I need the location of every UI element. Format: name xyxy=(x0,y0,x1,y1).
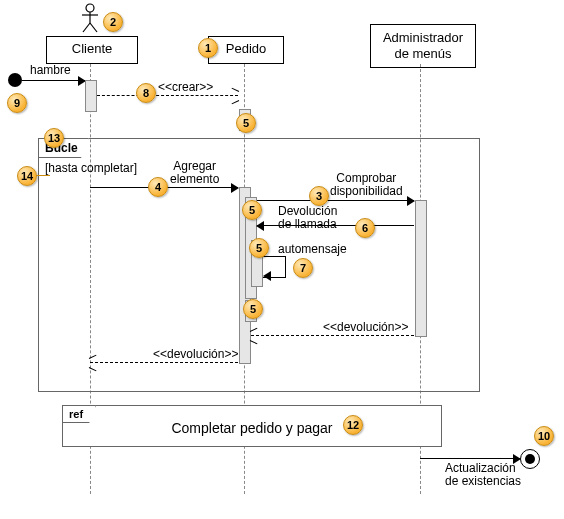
actor-icon xyxy=(80,3,100,33)
arrow-self-icon xyxy=(263,271,271,281)
msg-label-return1: <<devolución>> xyxy=(323,321,408,334)
msg-label-callback: Devolución de llamada xyxy=(278,205,337,231)
callout-7: 7 xyxy=(293,258,313,278)
msg-comprobar xyxy=(257,200,414,201)
callout-5b: 5 xyxy=(242,200,262,220)
msg-label-hambre: hambre xyxy=(30,64,71,77)
callout-6: 6 xyxy=(355,218,375,238)
callout-5d: 5 xyxy=(243,299,263,319)
msg-return-admin xyxy=(251,335,414,336)
callout-8: 8 xyxy=(136,83,156,103)
lifeline-cliente-head: Cliente xyxy=(46,36,138,64)
msg-return-pedido xyxy=(90,362,238,363)
svg-line-4 xyxy=(90,23,97,32)
ref-frame: ref Completar pedido y pagar xyxy=(62,405,442,447)
callout-5a: 5 xyxy=(236,113,256,133)
ref-frame-label: Completar pedido y pagar xyxy=(171,420,332,436)
msg-label-actualizacion: Actualización de existencias xyxy=(445,462,521,488)
callout-4: 4 xyxy=(148,177,168,197)
callout-5c: 5 xyxy=(249,238,269,258)
loop-frame-guard: [hasta completar] xyxy=(45,161,137,175)
svg-point-0 xyxy=(86,4,94,12)
lifeline-label: Pedido xyxy=(226,41,266,56)
callout-10: 10 xyxy=(534,426,554,446)
callout-1: 1 xyxy=(198,38,218,58)
msg-label-comprobar: Comprobar disponibilidad xyxy=(330,172,403,198)
activation-cliente xyxy=(85,80,97,112)
msg-label-agregar: Agregar elemento xyxy=(170,160,219,186)
msg-crear xyxy=(97,95,238,96)
callout-14: 14 xyxy=(17,166,37,186)
final-node xyxy=(520,449,540,469)
found-message-start xyxy=(8,73,22,87)
lifeline-label: Cliente xyxy=(72,41,112,56)
callout-2: 2 xyxy=(103,12,123,32)
leader-14 xyxy=(36,175,50,176)
msg-actualizacion xyxy=(420,458,520,459)
callout-3: 3 xyxy=(309,186,329,206)
svg-line-3 xyxy=(83,23,90,32)
lifeline-admin-head: Administrador de menús xyxy=(370,24,476,68)
callout-12: 12 xyxy=(343,415,363,435)
ref-frame-tag: ref xyxy=(62,405,96,423)
lifeline-pedido-head: Pedido xyxy=(208,36,284,64)
callout-13: 13 xyxy=(44,128,64,148)
msg-label-selfmsg: automensaje xyxy=(278,243,347,256)
msg-label-crear: <<crear>> xyxy=(158,81,213,94)
msg-label-return2: <<devolución>> xyxy=(153,348,238,361)
activation-admin xyxy=(415,200,427,337)
lifeline-label: Administrador de menús xyxy=(383,30,463,61)
callout-9: 9 xyxy=(7,93,27,113)
msg-hambre xyxy=(22,80,85,81)
